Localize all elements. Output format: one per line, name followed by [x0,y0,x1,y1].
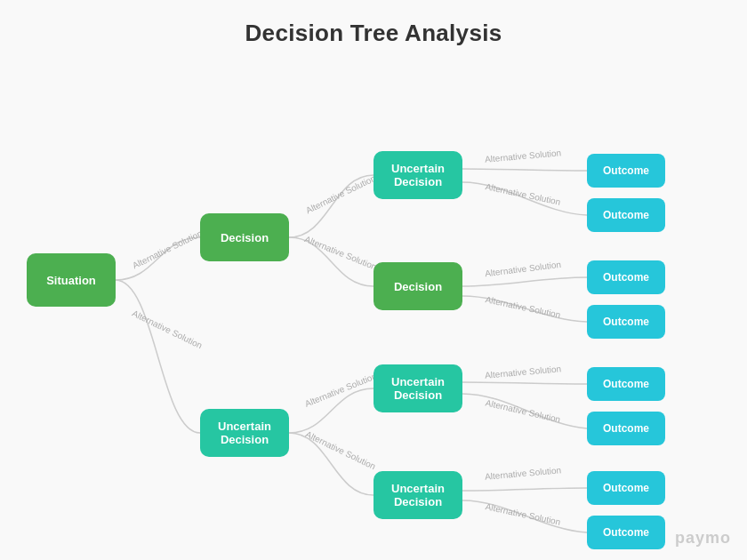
outcome-2: Outcome [587,198,665,232]
page-title: Decision Tree Analysis [0,0,747,47]
situation-node: Situation [27,253,116,307]
outcome-3: Outcome [587,260,665,294]
outcome-4: Outcome [587,305,665,339]
outcome-8: Outcome [587,516,665,549]
outcome-6: Outcome [587,412,665,445]
uncertain-node-3: Uncertain Decision [374,364,462,412]
paymo-logo: paymo [675,529,731,548]
tree-container: Alternative Solution Alternative Solutio… [0,58,747,556]
outcome-1: Outcome [587,154,665,188]
decision-node-1: Decision [200,213,289,261]
outcome-7: Outcome [587,471,665,505]
uncertain-node-1: Uncertain Decision [374,151,462,199]
outcome-5: Outcome [587,367,665,401]
uncertain-node-2: Uncertain Decision [200,409,289,457]
uncertain-node-4: Uncertain Decision [374,471,462,519]
decision-node-2: Decision [374,262,462,310]
